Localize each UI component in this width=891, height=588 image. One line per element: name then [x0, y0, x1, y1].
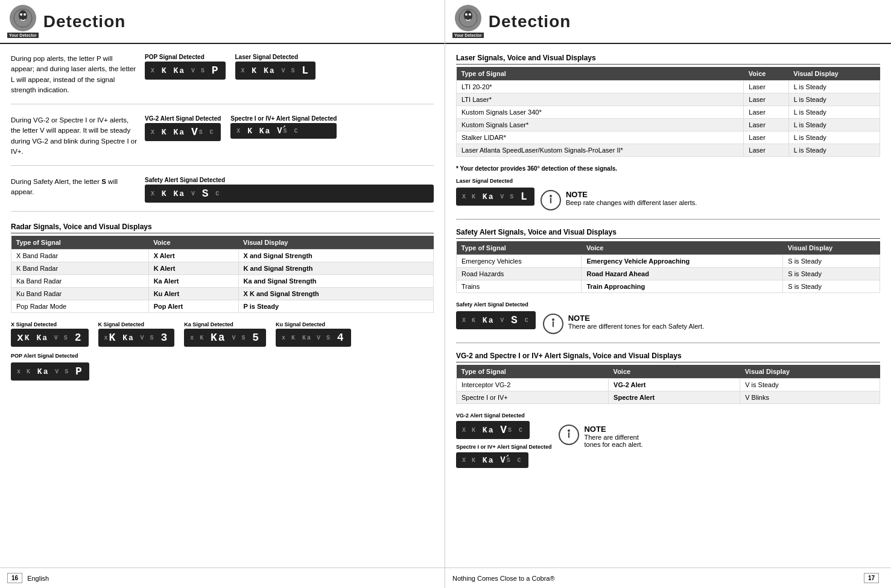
pop-signal-label: POP Signal Detected	[145, 54, 226, 60]
pop-ka: Ka	[173, 66, 185, 75]
laser-ka: Ka	[264, 66, 276, 75]
vg2-alert-label: VG-2 Alert Signal Detected	[456, 413, 525, 419]
radar-voice: K Alert	[148, 262, 238, 275]
pop-alert-display-label: POP Alert Signal Detected	[11, 353, 434, 359]
laser-vs: V S	[281, 68, 296, 74]
vg2-c: C	[210, 129, 215, 136]
laser-col-signal: Type of Signal	[457, 67, 744, 81]
vg2-signal-demo: VG-2 Alert Signal Detected X K Ka V S C	[145, 115, 221, 141]
right-footer-text: Nothing Comes Close to a Cobra®	[452, 575, 555, 582]
pop-p: P	[212, 65, 220, 77]
radar-col-signal: Type of Signal	[11, 236, 149, 250]
vg-type: Interceptor VG-2	[457, 379, 609, 391]
vg-table-section: VG-2 and Spectre I or IV+ Alert Signals,…	[456, 352, 880, 404]
vg-signal-displays: VG-2 Alert Signal Detected X K Ka V S C …	[456, 413, 551, 468]
laser-voice: Laser	[744, 81, 788, 93]
vg2-s: S	[199, 129, 204, 136]
safety-x: X	[151, 191, 156, 197]
x-signal-label: X Signal Detected	[11, 321, 57, 327]
right-content: Laser Signals, Voice and Visual Displays…	[445, 44, 891, 567]
safety-signal-demo: Safety Alert Signal Detected X K Ka V S …	[145, 177, 434, 203]
ku-num: 4	[337, 332, 345, 344]
pop-alert-signal-box: x K Ka V S P	[11, 362, 89, 381]
ka-signal-label: Ka Signal Detected	[184, 321, 233, 327]
laser-note-text: Beep rate changes with different laser a…	[566, 199, 697, 206]
radar-row: X Band Radar X Alert X and Signal Streng…	[11, 250, 434, 262]
vg-note-text: There are different tones for each alert…	[584, 434, 642, 448]
note-icon-laser: i	[541, 190, 561, 210]
spectre-signal-demo: Spectre I or IV+ Alert Signal Detected X…	[230, 115, 337, 141]
vg-note-area: VG-2 Alert Signal Detected X K Ka V S C …	[456, 413, 880, 468]
radar-signal-table: Type of Signal Voice Visual Display X Ba…	[11, 236, 434, 313]
laser-note-signal: Laser Signal Detected X K Ka V S L	[456, 178, 534, 206]
x-signal-box: x K Ka V S 2	[11, 329, 89, 347]
safety-col-voice: Voice	[582, 241, 783, 255]
spectre-signal-display: X K Ka V ↗ S C	[230, 123, 337, 139]
safety-note-signal: Safety Alert Signal Detected X K Ka V S …	[456, 302, 536, 329]
safety-visual: S is Steady	[783, 280, 880, 293]
radar-voice: Pop Alert	[148, 300, 238, 313]
vg2-signal-display: X K Ka V S C	[145, 123, 221, 141]
laser-note-signal-box: X K Ka V S L	[456, 188, 534, 206]
your-detector-badge-left: Your Detector	[7, 33, 39, 38]
k-signal-item: K Signal Detected x K Ka V S 3	[98, 321, 175, 347]
vg-note-content: i NOTE There are different tones for eac…	[559, 425, 642, 448]
x-big: x	[17, 332, 25, 344]
vg2-v: V	[191, 126, 199, 138]
note-icon-vg: i	[559, 425, 579, 445]
safety-type: Trains	[457, 280, 582, 293]
spectre-alert-signal-box: X K Ka V ↗ S C	[456, 452, 528, 468]
vg-visual: V is Steady	[740, 379, 880, 391]
laser-voice: Laser	[744, 106, 788, 119]
vg-visual: V Blinks	[740, 391, 880, 404]
safety-visual: S is Steady	[783, 255, 880, 268]
spectre-alert-label: Spectre I or IV+ Alert Signal Detected	[456, 444, 551, 450]
laser-row: Kustom Signals Laser* Laser L is Steady	[457, 119, 880, 131]
vg-signal-table: Type of Signal Voice Visual Display Inte…	[456, 365, 880, 404]
safety-signal-table: Type of Signal Voice Visual Display Emer…	[456, 241, 880, 293]
right-logo-wrapper: Your Detector	[452, 5, 484, 38]
spectre-signal-label: Spectre I or IV+ Alert Signal Detected	[230, 115, 337, 122]
ka-signal-item: Ka Signal Detected x K Ka V S 5	[184, 321, 266, 347]
ka-num: 5	[252, 332, 260, 344]
safety-alert-demos: Safety Alert Signal Detected X K Ka V S …	[145, 177, 434, 203]
svg-point-6	[465, 13, 468, 16]
x-signal-item: X Signal Detected x K Ka V S 2	[11, 321, 89, 347]
radar-type: Pop Radar Mode	[11, 300, 149, 313]
divider-2	[456, 343, 880, 343]
svg-point-3	[24, 13, 26, 16]
laser-note-label: Laser Signal Detected	[456, 178, 513, 184]
safety-type: Emergency Vehicles	[457, 255, 582, 268]
k-big: K	[109, 332, 117, 344]
vg2-alert-display: VG-2 Alert Signal Detected X K Ka V S C	[456, 413, 551, 439]
left-logo-wrapper: Your Detector	[7, 5, 39, 38]
pop-signal-demo: POP Signal Detected X K Ka V S P	[145, 54, 226, 80]
laser-type: Kustom Signals Laser*	[457, 119, 744, 131]
vg-note-title: NOTE	[584, 425, 642, 434]
laser-visual: L is Steady	[788, 131, 880, 144]
safety-v: V	[191, 191, 196, 197]
vg2-section: During VG-2 or Spectre I or IV+ alerts, …	[11, 115, 434, 166]
left-footer-text: English	[27, 575, 49, 582]
safety-alert-text: During Safety Alert, the letter S will a…	[11, 177, 138, 203]
safety-voice: Emergency Vehicle Approaching	[582, 255, 783, 268]
radar-voice: X Alert	[148, 250, 238, 262]
safety-row: Trains Train Approaching S is Steady	[457, 280, 880, 293]
radar-type: Ka Band Radar	[11, 275, 149, 288]
radar-type: X Band Radar	[11, 250, 149, 262]
laser-signal-table: Type of Signal Voice Visual Display LTI …	[456, 67, 880, 157]
laser-row: Laser Atlanta SpeedLaser/Kustom Signals-…	[457, 144, 880, 157]
laser-note-content: i NOTE Beep rate changes with different …	[541, 190, 697, 210]
vg-col-voice: Voice	[609, 365, 740, 379]
radar-visual: X and Signal Strength	[238, 250, 433, 262]
laser-note-l: L	[521, 191, 528, 203]
vg2-k: K	[162, 128, 168, 137]
left-page-number: 16	[7, 573, 22, 583]
x-num: 2	[75, 332, 83, 344]
safety-row: Road Hazards Road Hazard Ahead S is Stea…	[457, 268, 880, 280]
laser-table-title: Laser Signals, Voice and Visual Displays	[456, 54, 880, 65]
laser-note-box: Laser Signal Detected X K Ka V S L i NOT…	[456, 178, 880, 210]
laser-type: Stalker LIDAR*	[457, 131, 744, 144]
safety-type: Road Hazards	[457, 268, 582, 280]
safety-signal-label: Safety Alert Signal Detected	[145, 177, 434, 183]
